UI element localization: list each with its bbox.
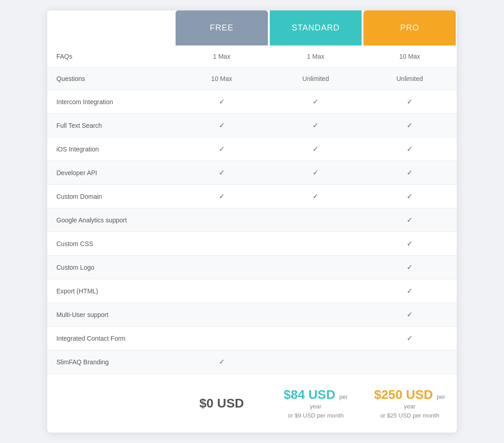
feature-name: Custom Domain	[47, 185, 175, 208]
checkmark-icon: ✓	[312, 145, 318, 153]
table-row: Integrated Contact Form✓	[47, 327, 457, 350]
checkmark-icon: ✓	[407, 145, 413, 153]
feature-name: Full Text Search	[47, 114, 175, 137]
header-row: FREE STANDARD PRO	[47, 10, 457, 45]
checkmark-icon: ✓	[219, 168, 225, 177]
feature-name: Questions	[47, 68, 175, 90]
table-row: Multi-User support✓	[47, 303, 457, 327]
header-free: FREE	[176, 10, 268, 45]
standard-value	[269, 303, 363, 326]
feature-name: Intercom Integration	[47, 90, 175, 113]
feature-name: FAQs	[47, 45, 175, 67]
table-row: Developer API✓✓✓	[47, 161, 457, 185]
table-row: FAQs1 Max1 Max10 Max	[47, 45, 457, 68]
feature-name: Google Analytics support	[47, 208, 175, 232]
checkmark-icon: ✓	[219, 357, 225, 366]
header-standard: STANDARD	[270, 10, 362, 45]
checkmark-icon: ✓	[407, 334, 413, 342]
feature-rows: FAQs1 Max1 Max10 MaxQuestions10 MaxUnlim…	[47, 45, 457, 373]
pro-value: ✓	[363, 279, 457, 302]
pro-value: ✓	[363, 90, 457, 113]
table-row: Questions10 MaxUnlimitedUnlimited	[47, 68, 457, 90]
standard-price-container: $84 USD per year	[278, 388, 354, 410]
footer-pro: $250 USD per year or $25 USD per month	[363, 374, 457, 433]
standard-value	[269, 208, 363, 232]
checkmark-icon: ✓	[407, 216, 413, 224]
pro-value: ✓	[363, 303, 457, 326]
free-value	[175, 232, 269, 255]
pro-price-main: $250 USD	[374, 388, 433, 402]
pro-value: ✓	[363, 232, 457, 255]
free-value: 10 Max	[175, 68, 269, 90]
standard-value	[269, 327, 363, 350]
table-row: Custom CSS✓	[47, 232, 457, 256]
checkmark-icon: ✓	[312, 97, 318, 106]
pro-value: ✓	[363, 114, 457, 137]
checkmark-icon: ✓	[407, 168, 413, 177]
free-value	[175, 208, 269, 232]
pro-value	[363, 350, 457, 373]
standard-value: ✓	[269, 137, 363, 161]
pro-value: ✓	[363, 161, 457, 184]
standard-value	[269, 256, 363, 279]
checkmark-icon: ✓	[407, 263, 413, 272]
free-value: ✓	[175, 350, 269, 373]
checkmark-icon: ✓	[407, 239, 413, 248]
free-value: ✓	[175, 114, 269, 137]
checkmark-icon: ✓	[312, 192, 318, 201]
pro-value: ✓	[363, 256, 457, 279]
free-value: ✓	[175, 161, 269, 184]
feature-name: Integrated Contact Form	[47, 327, 175, 350]
table-row: Custom Domain✓✓✓	[47, 185, 457, 208]
pro-value: Unlimited	[363, 68, 457, 90]
standard-value: ✓	[269, 185, 363, 208]
header-empty	[47, 10, 175, 45]
free-value	[175, 327, 269, 350]
feature-name: Developer API	[47, 161, 175, 184]
table-row: Export (HTML)✓	[47, 279, 457, 303]
free-value: ✓	[175, 137, 269, 161]
feature-name: iOS Integration	[47, 137, 175, 161]
header-pro: PRO	[363, 10, 456, 45]
standard-label: STANDARD	[292, 23, 340, 32]
feature-name: Custom CSS	[47, 232, 175, 255]
standard-value: ✓	[269, 161, 363, 184]
checkmark-icon: ✓	[312, 168, 318, 177]
footer-free: $0 USD	[175, 374, 269, 433]
free-value	[175, 279, 269, 302]
feature-name: SlimFAQ Branding	[47, 350, 175, 373]
standard-value: ✓	[269, 114, 363, 137]
standard-price-main: $84 USD	[284, 388, 336, 402]
pricing-table: FREE STANDARD PRO FAQs1 Max1 Max10 MaxQu…	[47, 10, 457, 433]
standard-value	[269, 279, 363, 302]
standard-value: 1 Max	[269, 45, 363, 67]
table-row: Google Analytics support✓	[47, 208, 457, 232]
free-value: ✓	[175, 185, 269, 208]
table-row: iOS Integration✓✓✓	[47, 137, 457, 161]
checkmark-icon: ✓	[219, 97, 225, 106]
footer-empty	[47, 374, 175, 433]
pro-label: PRO	[400, 23, 419, 32]
feature-name: Multi-User support	[47, 303, 175, 326]
checkmark-icon: ✓	[219, 121, 225, 130]
table-row: Custom Logo✓	[47, 256, 457, 279]
feature-name: Custom Logo	[47, 256, 175, 279]
checkmark-icon: ✓	[219, 145, 225, 153]
checkmark-icon: ✓	[312, 121, 318, 130]
pro-value: ✓	[363, 208, 457, 232]
pro-price-container: $250 USD per year	[372, 388, 448, 410]
feature-name: Export (HTML)	[47, 279, 175, 302]
pro-value: ✓	[363, 327, 457, 350]
checkmark-icon: ✓	[407, 121, 413, 130]
free-value	[175, 303, 269, 326]
checkmark-icon: ✓	[407, 287, 413, 295]
pro-price-alt: or $25 USD per month	[380, 412, 439, 419]
free-value	[175, 256, 269, 279]
standard-value	[269, 232, 363, 255]
table-row: SlimFAQ Branding✓	[47, 350, 457, 373]
standard-value: ✓	[269, 90, 363, 113]
free-value: ✓	[175, 90, 269, 113]
checkmark-icon: ✓	[219, 192, 225, 201]
pro-value: ✓	[363, 137, 457, 161]
footer-standard: $84 USD per year or $9 USD per month	[269, 374, 363, 433]
